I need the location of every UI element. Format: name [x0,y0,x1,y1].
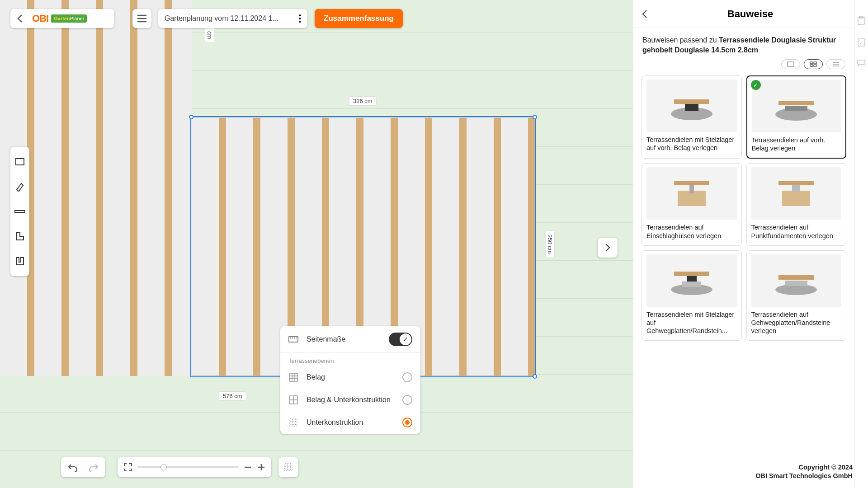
chat-tab[interactable] [857,60,866,69]
header-left-card: OBI GartenPlaner [10,9,114,28]
both-icon [288,395,300,405]
chevron-right-icon [604,243,611,252]
shape-tool-strip [10,147,29,276]
svg-rect-11 [810,65,813,66]
clipboard-icon [857,16,865,25]
layer-option-belag[interactable]: Belag [280,366,420,389]
measure-bottom[interactable]: 576 cm [219,391,246,401]
chevron-left-icon [642,9,648,19]
svg-rect-6 [289,373,297,381]
panel-header: Bauweise [633,0,854,28]
line-icon [14,209,25,214]
thumb-stelzlager-belag [667,88,717,124]
measure-left-vertical: cm [205,27,214,43]
construction-card[interactable]: Terrassendielen mit Stelzlager auf vorh.… [642,75,742,159]
svg-rect-34 [858,39,864,46]
dimensions-toggle[interactable] [389,333,412,346]
construction-card[interactable]: Terrassendielen mit Stelzlager auf Gehwe… [642,250,742,341]
radio[interactable] [402,372,412,382]
svg-rect-24 [778,181,814,185]
radio[interactable] [402,395,412,405]
construction-card[interactable]: Terrassendielen auf Einschlaghülsen verl… [642,163,742,245]
svg-rect-14 [685,104,698,111]
radio-selected[interactable] [402,418,412,427]
construction-card[interactable]: Terrassendielen auf Gehwegplatten/Randst… [746,250,847,341]
measure-height[interactable]: 250 cm [545,230,555,258]
card-caption: Terrassendielen auf Einschlaghülsen verl… [646,223,737,239]
layer-label: Unterkonstruktion [307,418,363,427]
layer-option-both[interactable]: Belag & Unterkonstruktion [280,389,420,411]
construction-card[interactable]: Terrassendielen auf Punktfundamenten ver… [746,163,847,245]
layer-label: Belag [307,373,325,381]
zoom-slider[interactable] [137,466,239,468]
clipboard-tab[interactable] [857,16,866,25]
grid-view-icon [810,61,817,67]
hamburger-menu[interactable] [132,9,151,28]
card-caption: Terrassendielen auf vorh. Belag verlegen [752,136,841,152]
pen-icon [15,182,25,192]
fit-screen-button[interactable] [123,462,133,472]
line-tool[interactable] [10,199,29,224]
clipboard-edit-tab[interactable] [857,38,866,47]
view-toggle-group [633,56,854,75]
rectangle-icon [15,157,25,167]
clipboard-pen-icon [857,38,865,47]
card-caption: Terrassendielen auf Punktfundamenten ver… [751,223,842,239]
check-icon: ✓ [751,80,761,90]
pen-tool[interactable] [10,174,29,199]
zoom-out-button[interactable] [243,463,252,472]
dimensions-toggle-row[interactable]: Seitenmaße [280,326,420,352]
svg-point-0 [299,14,301,16]
right-edge-tabs [854,0,868,488]
view-list[interactable] [826,59,845,69]
card-caption: Terrassendielen mit Stelzlager auf Gehwe… [646,310,737,335]
thumb-einschlaghuelsen [667,175,717,211]
project-title-card[interactable]: Gartenplanung vom 12.11.2024 1... [158,9,307,28]
project-menu-dots[interactable] [299,14,301,23]
gartenplaner-badge: GartenPlaner [51,14,87,23]
summary-button[interactable]: Zusammenfassung [315,9,403,28]
view-grid[interactable] [804,59,823,69]
minus-icon [243,463,252,472]
layer-option-unterkonstruktion[interactable]: Unterkonstruktion [280,411,420,434]
svg-rect-28 [674,272,709,276]
grid-toggle-button[interactable] [278,457,298,477]
ruler-icon [288,336,300,343]
u-shape-tool[interactable] [10,249,29,273]
construction-card-selected[interactable]: ✓ Terrassendielen auf vorh. Belag verleg… [746,75,847,159]
svg-rect-3 [16,159,24,165]
svg-rect-31 [778,275,814,280]
dimensions-label: Seitenmaße [307,335,345,343]
hamburger-icon [137,14,147,23]
plus-icon [257,463,266,472]
thumb-stelzlager-gehweg [667,263,717,299]
rectangle-tool[interactable] [10,150,29,174]
redo-button[interactable] [88,463,99,472]
back-button[interactable] [10,9,29,28]
svg-point-1 [299,18,301,19]
undo-button[interactable] [67,463,78,472]
svg-rect-4 [15,211,25,212]
layer-label: Belag & Unterkonstruktion [307,396,391,404]
grid-icon [283,462,293,472]
card-caption: Terrassendielen auf Gehwegplatten/Randst… [751,310,842,335]
l-shape-tool[interactable] [10,224,29,249]
belag-icon [288,372,300,382]
measure-width[interactable]: 326 cm [349,96,377,106]
svg-rect-21 [674,181,709,185]
list-view-icon [832,61,840,67]
layer-popup: Seitenmaße Terrassenebenen Belag Belag &… [280,326,420,434]
zoom-card [118,457,271,477]
thumb-punktfundamente [771,175,821,211]
bauweise-panel: Bauweise Bauweisen passend zu Terrassend… [633,0,854,488]
undo-icon [67,463,78,472]
zoom-in-button[interactable] [257,463,266,472]
undo-redo-card [61,457,105,477]
panel-back-button[interactable] [642,9,654,19]
zoom-thumb[interactable] [160,464,167,470]
view-large[interactable] [781,59,800,69]
svg-rect-23 [792,185,800,192]
next-panel-button[interactable] [598,238,618,258]
svg-rect-5 [289,337,298,342]
obi-logo: OBI [32,13,48,24]
